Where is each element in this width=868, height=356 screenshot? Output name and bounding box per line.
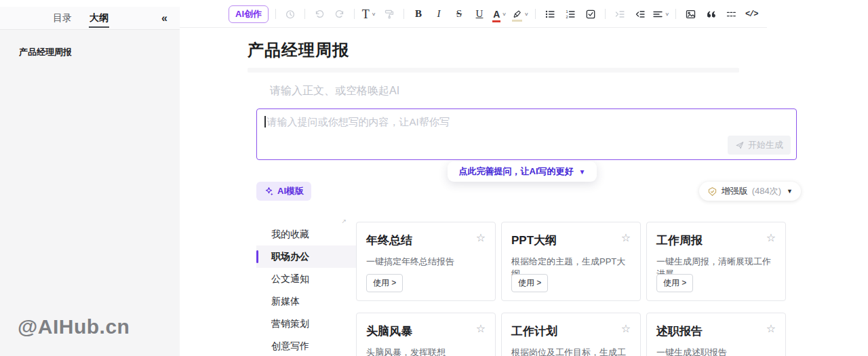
strike-label: S bbox=[456, 9, 462, 19]
strikethrough-button[interactable]: S bbox=[451, 5, 467, 23]
star-icon[interactable]: ☆ bbox=[766, 323, 776, 334]
magic-wand-icon bbox=[264, 186, 274, 197]
font-color-label: A bbox=[493, 9, 500, 20]
outline-list: 产品经理周报 bbox=[0, 30, 180, 58]
toolbar-divider bbox=[605, 9, 606, 19]
ai-prompt-box[interactable]: 请输入提问或你想写的内容，让AI帮你写 开始生成 bbox=[256, 108, 797, 160]
generate-button[interactable]: 开始生成 bbox=[728, 136, 791, 155]
indent-icon[interactable] bbox=[612, 5, 628, 23]
use-template-button[interactable]: 使用 > bbox=[366, 274, 403, 292]
ai-input[interactable]: 请输入提问或你想写的内容，让AI帮你写 bbox=[264, 116, 450, 129]
italic-button[interactable]: I bbox=[431, 5, 447, 23]
highlighter-icon bbox=[512, 9, 522, 19]
star-icon[interactable]: ☆ bbox=[476, 323, 486, 334]
chevron-down-icon: ∨ bbox=[524, 12, 529, 17]
tab-outline[interactable]: 大纲 bbox=[90, 7, 108, 29]
toolbar-divider bbox=[535, 9, 536, 19]
template-card[interactable]: 述职报告 ☆ 一键生成述职报告 使用 > bbox=[646, 313, 786, 356]
redo-icon[interactable] bbox=[332, 5, 348, 23]
collapse-sidebar-icon[interactable]: « bbox=[161, 12, 166, 24]
card-title: 工作计划 bbox=[511, 323, 557, 339]
card-title: 年终总结 bbox=[366, 233, 412, 248]
template-card[interactable]: PPT大纲 ☆ 根据给定的主题，生成PPT大纲 使用 > bbox=[501, 222, 641, 301]
document-title[interactable]: 产品经理周报 bbox=[248, 39, 868, 61]
plan-dropdown[interactable]: 增强版 (484次) ▼ bbox=[699, 182, 801, 201]
category-workplace[interactable]: 职场办公 bbox=[256, 245, 356, 268]
chevron-down-icon: ∨ bbox=[502, 12, 507, 17]
bullet-list-icon[interactable] bbox=[542, 5, 558, 23]
underline-label: U bbox=[476, 9, 484, 19]
refine-tip-button[interactable]: 点此完善提问，让AI写的更好 ▼ bbox=[448, 161, 597, 182]
plan-name: 增强版 bbox=[722, 185, 748, 197]
chevron-down-icon: ∨ bbox=[665, 12, 670, 17]
text-style-dropdown[interactable]: T ∨ bbox=[361, 5, 377, 23]
star-icon[interactable]: ☆ bbox=[621, 233, 631, 243]
italic-label: I bbox=[437, 9, 441, 19]
code-icon[interactable]: </> bbox=[743, 5, 760, 23]
highlight-dropdown[interactable]: ∨ bbox=[512, 5, 529, 23]
pill-row: AI模版 增强版 (484次) ▼ bbox=[256, 182, 797, 201]
editor-document: 产品经理周报 请输入正文、或空格唤起AI 请输入提问或你想写的内容，让AI帮你写… bbox=[180, 39, 868, 356]
text-style-label: T bbox=[362, 8, 370, 20]
align-dropdown[interactable]: ∨ bbox=[652, 5, 670, 23]
code-label: </> bbox=[745, 9, 758, 19]
quote-icon[interactable] bbox=[703, 5, 719, 23]
format-painter-icon[interactable] bbox=[381, 5, 397, 23]
sidebar-header: 目录 大纲 « bbox=[0, 7, 180, 30]
sidebar: 目录 大纲 « 产品经理周报 @AIHub.cn bbox=[0, 7, 180, 356]
outdent-icon[interactable] bbox=[632, 5, 648, 23]
category-marketing[interactable]: 营销策划 bbox=[256, 313, 356, 335]
toolbar-divider bbox=[354, 9, 355, 19]
font-color-dropdown[interactable]: A ∨ bbox=[492, 5, 508, 23]
use-template-button[interactable]: 使用 > bbox=[656, 274, 693, 292]
horizontal-rule-icon[interactable] bbox=[723, 5, 739, 23]
svg-text:1: 1 bbox=[566, 9, 568, 14]
numbered-list-icon[interactable]: 12 bbox=[562, 5, 578, 23]
task-list-icon[interactable] bbox=[583, 5, 599, 23]
template-card[interactable]: 头脑风暴 ☆ 头脑风暴，发挥联想 使用 > bbox=[356, 313, 496, 356]
ai-create-button[interactable]: AI创作 bbox=[229, 5, 269, 23]
template-card[interactable]: 年终总结 ☆ 一键搞定年终总结报告 使用 > bbox=[356, 222, 496, 301]
card-title: 工作周报 bbox=[656, 233, 703, 248]
outline-item[interactable]: 产品经理周报 bbox=[19, 46, 180, 58]
card-header: 工作周报 ☆ bbox=[656, 233, 776, 248]
ai-template-label: AI模版 bbox=[277, 185, 304, 197]
plan-count: (484次) bbox=[752, 185, 781, 197]
template-card[interactable]: 工作周报 ☆ 一键生成周报，清晰展现工作进展 使用 > bbox=[646, 222, 786, 301]
card-header: 头脑风暴 ☆ bbox=[366, 323, 486, 339]
category-official-notice[interactable]: 公文通知 bbox=[256, 268, 356, 290]
card-description: 一键搞定年终总结报告 bbox=[366, 256, 486, 268]
category-favorites[interactable]: 我的收藏 bbox=[256, 223, 356, 245]
text-cursor bbox=[264, 116, 266, 127]
templates-panel: ↗ 我的收藏 职场办公 公文通知 新媒体 营销策划 创意写作 年终总结 ☆ 一键… bbox=[256, 218, 868, 356]
toolbar-divider bbox=[403, 9, 404, 19]
category-new-media[interactable]: 新媒体 bbox=[256, 290, 356, 313]
toolbar-divider bbox=[275, 9, 276, 19]
history-icon[interactable] bbox=[282, 5, 298, 23]
svg-text:2: 2 bbox=[566, 15, 568, 19]
send-icon bbox=[735, 140, 745, 150]
use-template-button[interactable]: 使用 > bbox=[511, 274, 548, 292]
star-icon[interactable]: ☆ bbox=[766, 233, 776, 243]
star-icon[interactable]: ☆ bbox=[476, 233, 486, 243]
main-area: AI创作 T ∨ B I S U bbox=[180, 0, 868, 356]
template-card[interactable]: 工作计划 ☆ 根据岗位及工作目标，生成工作计划 使用 > bbox=[501, 313, 641, 356]
ai-template-button[interactable]: AI模版 bbox=[256, 182, 311, 201]
underline-button[interactable]: U bbox=[471, 5, 488, 23]
undo-icon[interactable] bbox=[311, 5, 328, 23]
image-icon[interactable] bbox=[682, 5, 698, 23]
card-description: 头脑风暴，发挥联想 bbox=[366, 347, 486, 356]
category-creative-writing[interactable]: 创意写作 bbox=[256, 335, 356, 356]
ai-input-placeholder: 请输入提问或你想写的内容，让AI帮你写 bbox=[267, 116, 450, 127]
empty-paragraph[interactable] bbox=[248, 68, 739, 73]
tab-contents[interactable]: 目录 bbox=[53, 7, 72, 29]
card-header: 述职报告 ☆ bbox=[656, 323, 776, 339]
card-header: 工作计划 ☆ bbox=[511, 323, 631, 339]
bold-button[interactable]: B bbox=[410, 5, 427, 23]
toolbar-divider bbox=[675, 9, 676, 19]
plan-badge-icon bbox=[707, 186, 717, 197]
body-placeholder[interactable]: 请输入正文、或空格唤起AI bbox=[270, 85, 868, 97]
star-icon[interactable]: ☆ bbox=[621, 323, 631, 334]
card-description: 根据岗位及工作目标，生成工作计划 bbox=[511, 347, 631, 356]
card-title: 头脑风暴 bbox=[366, 323, 412, 339]
